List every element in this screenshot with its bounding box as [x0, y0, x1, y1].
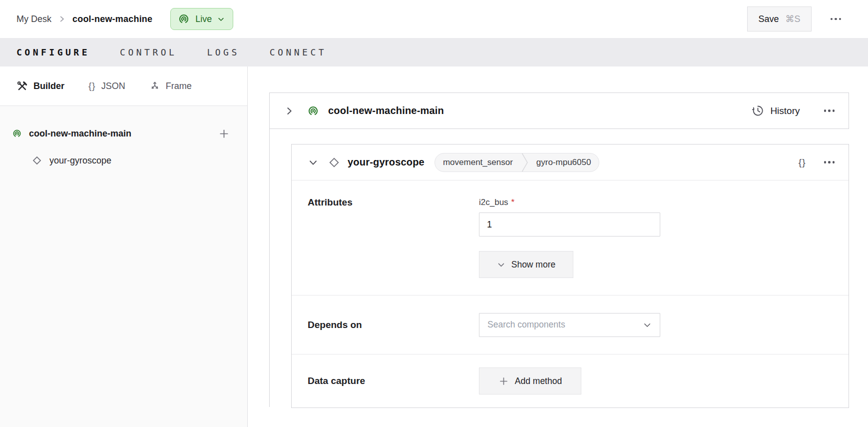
collapse-component-chevron-down-icon[interactable]: [308, 157, 319, 168]
resource-tree: cool-new-machine-main your-gyroscope: [0, 106, 247, 427]
edit-json-braces-icon[interactable]: {}: [799, 157, 806, 168]
header-overflow-menu-button[interactable]: [828, 15, 845, 24]
live-badge-label: Live: [195, 14, 212, 24]
component-type-tag: movement_sensor: [435, 158, 521, 168]
machine-part-live-icon: [307, 105, 319, 117]
component-title: your-gyroscope: [348, 156, 425, 168]
component-card: your-gyroscope movement_sensor gyro-mpu6…: [291, 144, 849, 408]
machine-part-title: cool-new-machine-main: [328, 105, 444, 116]
depends-on-section-label: Depends on: [308, 320, 479, 330]
live-status-dropdown[interactable]: Live: [170, 8, 233, 30]
field-name: i2c_bus: [479, 198, 508, 208]
data-capture-section: Data capture Add method: [292, 354, 849, 408]
mode-json-label: JSON: [101, 81, 125, 92]
chevron-down-icon: [643, 320, 652, 330]
chevron-down-icon: [497, 260, 505, 269]
mode-json[interactable]: {} JSON: [88, 80, 125, 92]
tree-item-machine-part[interactable]: cool-new-machine-main: [0, 120, 247, 147]
tag-divider-chevron-icon: [521, 153, 528, 172]
attributes-section: Attributes i2c_bus * Show more: [292, 180, 849, 296]
machine-part-live-icon: [12, 128, 22, 138]
attributes-section-label: Attributes: [308, 197, 479, 295]
header-actions: Save ⌘S: [747, 6, 844, 32]
frame-axes-icon: [149, 80, 160, 92]
mode-builder[interactable]: Builder: [16, 80, 64, 92]
show-more-button[interactable]: Show more: [479, 251, 573, 278]
tab-control[interactable]: CONTROL: [120, 47, 177, 58]
search-components-input[interactable]: [487, 320, 643, 330]
save-button-label: Save: [758, 14, 779, 24]
component-diamond-icon: [31, 154, 43, 166]
add-method-label: Add method: [515, 376, 562, 386]
component-overflow-menu-button[interactable]: [821, 158, 838, 166]
machine-part-card: cool-new-machine-main History: [269, 92, 849, 129]
component-model-tag: gyro-mpu6050: [528, 158, 599, 168]
tree-item-label: cool-new-machine-main: [29, 128, 131, 139]
machine-tab-bar: CONFIGURE CONTROL LOGS CONNECT: [0, 38, 868, 66]
breadcrumb: My Desk cool-new-machine: [16, 14, 152, 24]
history-button[interactable]: History: [751, 104, 800, 118]
tab-connect[interactable]: CONNECT: [270, 47, 327, 58]
tree-item-component[interactable]: your-gyroscope: [0, 147, 247, 174]
expand-part-chevron-right-icon[interactable]: [284, 106, 295, 116]
show-more-label: Show more: [511, 260, 556, 270]
breadcrumb-separator-icon: [58, 16, 65, 22]
history-button-label: History: [770, 106, 800, 116]
config-main-panel: cool-new-machine-main History: [248, 66, 868, 427]
machine-live-icon: [178, 13, 190, 25]
config-mode-toggle: Builder {} JSON Frame: [0, 66, 247, 106]
mode-frame[interactable]: Frame: [149, 80, 192, 92]
component-diamond-icon: [327, 156, 341, 170]
save-button[interactable]: Save ⌘S: [747, 6, 811, 32]
add-component-button[interactable]: [218, 128, 230, 140]
tree-item-label: your-gyroscope: [49, 156, 111, 166]
history-icon: [751, 104, 765, 118]
breadcrumb-current-machine-name: cool-new-machine: [72, 14, 152, 24]
chevron-down-icon: [217, 16, 225, 23]
breadcrumb-parent-link[interactable]: My Desk: [16, 14, 51, 24]
depends-on-select[interactable]: [479, 313, 660, 337]
field-label-i2c-bus: i2c_bus *: [479, 198, 660, 208]
depends-on-section: Depends on: [292, 296, 849, 354]
content-area: Builder {} JSON Frame: [0, 66, 868, 427]
mode-frame-label: Frame: [166, 81, 192, 92]
braces-icon: {}: [88, 80, 96, 92]
top-header: My Desk cool-new-machine Live Save: [0, 0, 868, 38]
component-type-model-tag: movement_sensor gyro-mpu6050: [434, 153, 599, 172]
add-method-button[interactable]: Add method: [479, 368, 581, 394]
mode-builder-label: Builder: [33, 81, 64, 92]
config-sidebar: Builder {} JSON Frame: [0, 66, 248, 427]
part-card-overflow-menu-button[interactable]: [821, 106, 838, 115]
hammer-wrench-icon: [16, 80, 28, 92]
tree-connector-line: [269, 129, 270, 407]
attributes-form: i2c_bus * Show more: [479, 197, 660, 295]
component-card-header: your-gyroscope movement_sensor gyro-mpu6…: [292, 144, 849, 180]
required-asterisk: *: [511, 198, 515, 208]
data-capture-section-label: Data capture: [308, 376, 479, 386]
plus-icon: [498, 376, 509, 386]
app-window: My Desk cool-new-machine Live Save: [0, 0, 868, 427]
tab-logs[interactable]: LOGS: [207, 47, 239, 58]
tab-configure[interactable]: CONFIGURE: [16, 47, 90, 58]
i2c-bus-input[interactable]: [479, 212, 660, 236]
save-shortcut-hint: ⌘S: [785, 14, 800, 24]
